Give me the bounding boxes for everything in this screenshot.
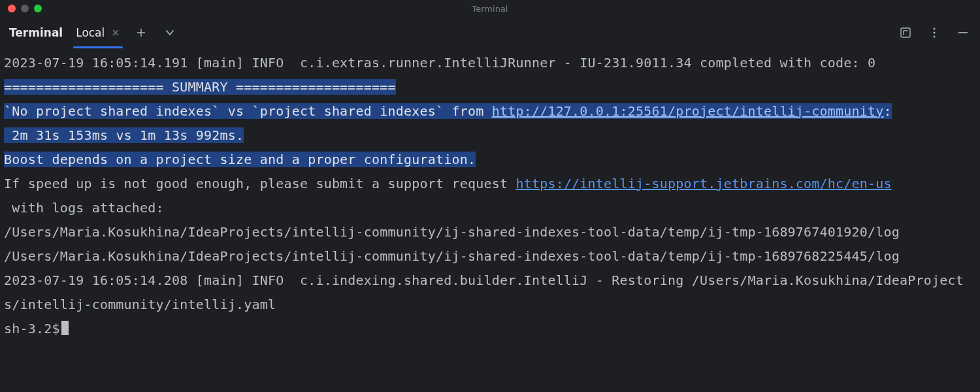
hide-panel-icon[interactable] <box>955 25 971 41</box>
log-line: with logs attached: <box>4 200 164 216</box>
svg-point-5 <box>933 35 935 37</box>
new-tab-button[interactable] <box>133 25 149 41</box>
svg-rect-2 <box>901 28 910 37</box>
terminal-output[interactable]: 2023-07-19 16:05:14.191 [main] INFO c.i.… <box>0 48 980 392</box>
log-path: /Users/Maria.Kosukhina/IdeaProjects/inte… <box>4 248 900 264</box>
close-tab-icon[interactable]: × <box>111 27 120 38</box>
summary-header: ==================== SUMMARY ===========… <box>4 79 396 95</box>
window-title: Terminal <box>0 4 980 14</box>
zoom-window-icon[interactable] <box>34 5 42 12</box>
log-line: `No project shared indexes` vs `project … <box>4 103 492 119</box>
cursor-icon <box>61 321 69 335</box>
terminal-tabstrip: Terminal Local × <box>0 17 980 48</box>
minimize-window-icon[interactable] <box>21 5 29 12</box>
svg-point-3 <box>933 27 935 29</box>
log-line: Boost depends on a project size and a pr… <box>4 152 476 167</box>
prompt: sh-3.2$ <box>4 321 60 336</box>
more-options-icon[interactable] <box>926 25 942 41</box>
tab-list-dropdown-icon[interactable] <box>162 25 178 41</box>
expand-panel-icon[interactable] <box>898 25 913 41</box>
log-line: 2023-07-19 16:05:14.191 [main] INFO c.i.… <box>4 55 875 71</box>
log-line: If speed up is not good enough, please s… <box>4 176 515 191</box>
svg-point-4 <box>933 31 935 33</box>
tool-window-title: Terminal <box>9 26 63 39</box>
close-window-icon[interactable] <box>8 5 16 12</box>
log-path: /Users/Maria.Kosukhina/IdeaProjects/inte… <box>4 224 900 240</box>
selected-text: ==================== SUMMARY ===========… <box>4 79 892 167</box>
titlebar[interactable]: Terminal <box>0 0 980 17</box>
project-url-link[interactable]: http://127.0.0.1:25561/project/intellij-… <box>492 103 884 119</box>
log-line: 2023-07-19 16:05:14.208 [main] INFO c.i.… <box>4 272 964 312</box>
traffic-lights <box>8 5 42 12</box>
tab-label: Local <box>76 26 105 39</box>
toolbar-right <box>898 25 971 41</box>
support-url-link[interactable]: https://intellij-support.jetbrains.com/h… <box>515 176 891 191</box>
log-line: 2m 31s 153ms vs 1m 13s 992ms. <box>4 127 244 143</box>
log-line: : <box>884 103 892 119</box>
tab-local[interactable]: Local × <box>76 17 120 48</box>
